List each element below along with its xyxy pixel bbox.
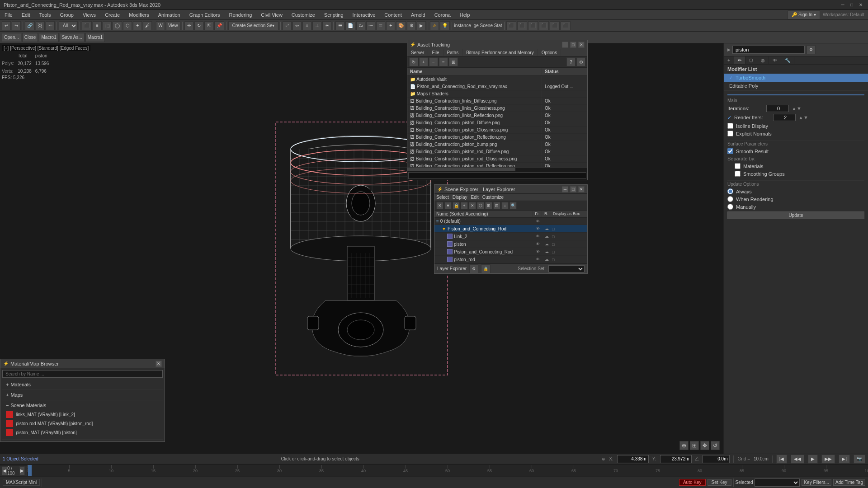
select-filter-dropdown[interactable]: All	[59, 21, 78, 30]
render-iters-input[interactable]	[773, 114, 796, 121]
pan-btn[interactable]: ✥	[700, 441, 709, 450]
menu-graph-editors[interactable]: Graph Editors	[185, 11, 225, 19]
se-menu-edit[interactable]: Edit	[471, 195, 479, 200]
render-iters-spinner[interactable]: ▲▼	[798, 115, 808, 120]
asset-tab-paths[interactable]: Paths	[443, 49, 463, 56]
table-row[interactable]: 🖼 Building_Construction_piston_rod_Gloss…	[407, 155, 587, 163]
mat-browser-close-btn[interactable]: ✕	[156, 361, 162, 367]
select-move-btn[interactable]: ✛	[184, 21, 193, 30]
align-normal-btn[interactable]: ⊥	[312, 21, 321, 30]
select-scale-btn[interactable]: ⇱	[204, 21, 213, 30]
table-row[interactable]: 🖼 Building_Construction_piston_rod_Diffu…	[407, 148, 587, 155]
menu-edit[interactable]: Edit	[17, 11, 35, 19]
link-btn[interactable]: 🔗	[25, 21, 35, 30]
render-btn[interactable]: ▶	[417, 21, 426, 30]
explicit-normals-checkbox[interactable]	[727, 131, 733, 136]
place-hilite-btn[interactable]: ☀	[322, 21, 331, 30]
menu-group[interactable]: Group	[55, 11, 78, 19]
minimize-btn[interactable]: ─	[839, 1, 846, 9]
menu-arnold[interactable]: Arnold	[406, 11, 430, 19]
se-maximize-btn[interactable]: □	[570, 186, 576, 192]
prev-frame-btn[interactable]: |◀	[776, 455, 788, 464]
select-name-btn[interactable]: ≡	[93, 21, 102, 30]
table-row[interactable]: piston 👁 ☁ □	[434, 240, 587, 248]
se-sel-set-dropdown[interactable]	[548, 265, 585, 272]
se-sync-btn[interactable]: ↕	[501, 202, 509, 209]
extra-btn-5[interactable]: ⬛	[550, 21, 560, 30]
se-find-btn[interactable]: 🔍	[509, 202, 517, 209]
select-place-btn[interactable]: 📌	[214, 21, 224, 30]
asset-hscroll-thumb[interactable]	[407, 168, 515, 171]
redo-btn[interactable]: ↪	[12, 21, 21, 30]
table-row[interactable]: 🖼 Building_Construction_piston_Reflectio…	[407, 134, 587, 141]
always-radio[interactable]	[727, 188, 733, 194]
menu-corona[interactable]: Corona	[430, 11, 455, 19]
view-btn[interactable]: View	[166, 21, 180, 30]
isoline-checkbox[interactable]	[727, 123, 733, 129]
se-menu-select[interactable]: Select	[436, 195, 449, 200]
modifier-options-btn[interactable]: ⚙	[807, 45, 816, 54]
paint-sel-btn[interactable]: 🖌	[143, 21, 152, 30]
menu-rendering[interactable]: Rendering	[225, 11, 257, 19]
asset-tab-server[interactable]: Server	[407, 49, 428, 56]
timeline-next-btn[interactable]: ▶	[19, 466, 25, 475]
se-hierarchy-btn[interactable]: ⬡	[477, 202, 484, 209]
lasso-sel-btn[interactable]: ✦	[133, 21, 142, 30]
timeline[interactable]: ◀ 0 / 100 ▶ 0510152025303540455055606570…	[0, 465, 868, 476]
table-row[interactable]: piston_rod 👁 ☁ □	[434, 256, 587, 263]
curve-editor-btn[interactable]: 〜	[366, 21, 375, 30]
close-btn[interactable]: ✕	[857, 1, 864, 9]
materials-check[interactable]	[735, 163, 741, 169]
display-tab[interactable]: 👁	[769, 56, 781, 64]
se-settings-btn[interactable]: ⚙	[469, 264, 478, 273]
extra-btn-6[interactable]: ⬛	[561, 21, 571, 30]
turbosmooth-check[interactable]: ✓	[729, 75, 733, 80]
dope-sheet-btn[interactable]: ≣	[376, 21, 385, 30]
table-row[interactable]: 📁 Autodesk Vault	[407, 76, 587, 83]
rect-sel-btn[interactable]: ⬚	[103, 21, 112, 30]
se-lock2-btn[interactable]: 🔒	[481, 264, 491, 273]
timeline-inner[interactable]: 0510152025303540455055606570758085909510…	[27, 465, 868, 476]
asset-tab-bitmap[interactable]: Bitmap Performance and Memory	[462, 49, 538, 56]
asset-add-btn[interactable]: +	[419, 57, 428, 66]
smooth-result-check[interactable]	[727, 148, 733, 154]
se-lock-btn[interactable]: 🔒	[453, 202, 460, 209]
table-row[interactable]: Link_2 👁 ☁ □	[434, 233, 587, 240]
timeline-cursor[interactable]	[28, 465, 32, 476]
asset-help-btn[interactable]: ?	[566, 57, 576, 66]
when-rendering-radio[interactable]	[727, 196, 733, 202]
asset-tracking-maximize[interactable]: □	[570, 42, 576, 48]
table-row[interactable]: 🖼 Building_Construction_piston_Glossines…	[407, 127, 587, 134]
prev-key-btn[interactable]: ◀◀	[791, 455, 804, 464]
menu-help[interactable]: Help	[455, 11, 475, 19]
se-minimize-btn[interactable]: ─	[562, 186, 568, 192]
menu-interactive[interactable]: Interactive	[348, 11, 380, 19]
key-filters-btn[interactable]: Key Filters...	[802, 479, 831, 486]
macro1-2-btn[interactable]: Macro1	[85, 33, 105, 42]
play-btn[interactable]: ▶	[808, 455, 818, 464]
se-add-layer-btn[interactable]: +	[461, 202, 468, 209]
mat-search-input[interactable]	[2, 370, 163, 378]
set-key-btn[interactable]: Set Key	[708, 479, 731, 486]
save-as-btn[interactable]: Save As...	[60, 33, 85, 42]
modify-tab[interactable]: ✏	[734, 56, 745, 64]
se-expand-btn[interactable]: ⊞	[485, 202, 492, 209]
se-del-btn[interactable]: ✕	[469, 202, 476, 209]
viewport-nav-controls[interactable]: ⊕ ⊞ ✥ ↺	[679, 441, 720, 450]
menu-file[interactable]: File	[0, 11, 17, 19]
table-row[interactable]: 🖼 Building_Construction_links_Reflection…	[407, 112, 587, 119]
maximize-btn[interactable]: □	[848, 1, 855, 9]
se-collapse-btn[interactable]: ⊟	[493, 202, 500, 209]
menu-content[interactable]: Content	[380, 11, 406, 19]
table-row[interactable]: 🖼 Building_Construction_piston_rod_Refle…	[407, 163, 587, 168]
mat-editor-btn[interactable]: 🎨	[396, 21, 406, 30]
manually-radio[interactable]	[727, 204, 733, 210]
asset-tracking-close[interactable]: ✕	[578, 42, 585, 48]
se-rows-container[interactable]: ≡ 0 (default) 👁 ▼ Piston_and_Connecting_…	[434, 218, 587, 263]
maxscript-mini-btn[interactable]: MAXScript Mini	[3, 479, 40, 486]
bind-space-warp[interactable]: 〰	[46, 21, 55, 30]
motion-tab[interactable]: ◍	[757, 56, 769, 64]
menu-scripting[interactable]: Scripting	[320, 11, 348, 19]
table-row[interactable]: 🖼 Building_Construction_piston_bump.png …	[407, 141, 587, 148]
zoom-btn[interactable]: ⊕	[679, 441, 689, 450]
